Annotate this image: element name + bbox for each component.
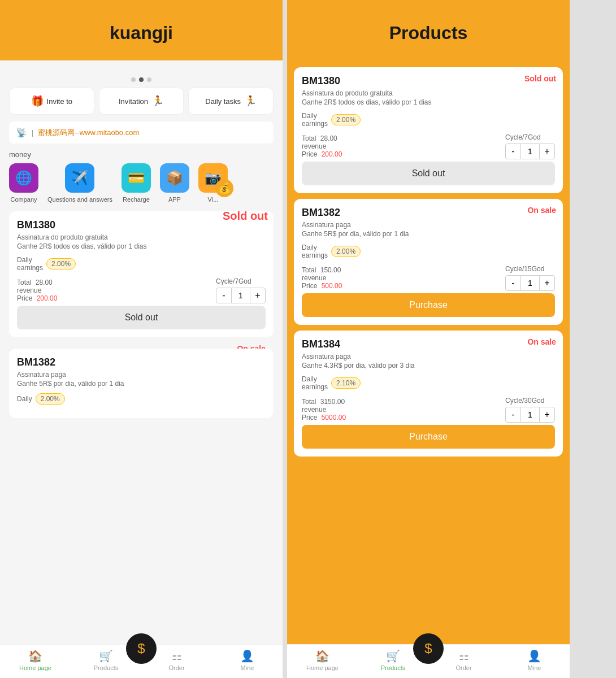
product-id-2: BM1382 <box>17 357 266 368</box>
r-nav-order[interactable]: ⚏ Order <box>447 649 481 671</box>
questions-item[interactable]: ✈️ Questions and answers <box>47 163 112 203</box>
recharge-icon: 💳 <box>122 163 151 193</box>
on-sale-badge-2: On sale <box>527 206 556 215</box>
r-product-details-1: Total 28.00 revenue Price 200.00 Cycle/7… <box>302 133 555 159</box>
invite-button[interactable]: 🎁 Invite to <box>9 88 94 115</box>
order-icon: ⚏ <box>172 649 182 663</box>
recharge-item[interactable]: 💳 Recharge <box>122 163 151 203</box>
r-qty-value-1: 1 <box>521 144 539 159</box>
product-sub: Assinatura do produto gratuita <box>17 233 266 241</box>
nav-products[interactable]: 🛒 Products <box>89 649 123 671</box>
r-product-sub-2: Assinatura paga <box>302 221 555 229</box>
nav-order[interactable]: ⚏ Order <box>160 649 194 671</box>
invite-label: Invite to <box>47 97 73 106</box>
r-order-icon: ⚏ <box>459 649 469 663</box>
app-item[interactable]: 📦 APP <box>160 163 189 203</box>
notice-bar: 📡 | 蜜桃源码网--www.mitaobo.com <box>9 121 274 144</box>
company-item[interactable]: 🌐 Company <box>9 163 38 203</box>
r-earnings-badge-2: 2.00% <box>331 246 361 257</box>
r-product-id-3: BM1384 <box>302 338 555 350</box>
earnings-badge: 2.00% <box>46 258 76 270</box>
qty-minus[interactable]: - <box>216 288 232 303</box>
r-purchase-btn-2[interactable]: Purchase <box>302 293 555 317</box>
left-content: 🎁 Invite to Invitation 🏃 Daily tasks 🏃 📡… <box>0 60 283 644</box>
qty-plus[interactable]: + <box>250 288 266 303</box>
left-app-title: kuangji <box>11 23 271 44</box>
r-qty-plus-3[interactable]: + <box>539 407 555 423</box>
r-detail-left-3: Total 3150.00 revenue Price 5000.00 <box>302 398 346 421</box>
r-home-icon: 🏠 <box>315 649 329 663</box>
app-icon: 📦 <box>160 163 189 193</box>
invitation-button[interactable]: Invitation 🏃 <box>99 88 184 115</box>
r-product-sub-3: Assinatura paga <box>302 353 555 360</box>
wifi-icon: 📡 <box>16 127 27 138</box>
r-detail-right-3: Cycle/30God - 1 + <box>505 397 555 423</box>
product-card-bm1380-right: Sold out BM1380 Assinatura do produto gr… <box>294 67 563 193</box>
r-qty-plus-1[interactable]: + <box>539 144 555 159</box>
earnings-row-2: Daily 2.00% <box>17 393 266 405</box>
r-product-sub-1: Assinatura do produto gratuita <box>302 89 555 97</box>
telegram-icon: ✈️ <box>65 163 94 193</box>
r-nav-products-label: Products <box>381 664 405 671</box>
nav-mine-label: Mine <box>241 664 254 671</box>
product-card-bm1384-right: On sale BM1384 Assinatura paga Ganhe 4.3… <box>294 331 563 457</box>
tasks-icon: 🏃 <box>244 95 257 107</box>
r-qty-minus-2[interactable]: - <box>505 275 521 291</box>
separator: | <box>32 129 33 137</box>
nav-order-label: Order <box>168 664 184 671</box>
r-qty-minus-3[interactable]: - <box>505 407 521 423</box>
right-bottom-nav: 🏠 Home page 🛒 Products $ ⚏ Order 👤 Mine <box>287 644 570 678</box>
r-user-icon: 👤 <box>527 649 541 663</box>
dot-2 <box>139 77 144 82</box>
quick-actions: 🎁 Invite to Invitation 🏃 Daily tasks 🏃 <box>9 88 274 115</box>
invitation-label: Invitation <box>119 97 148 106</box>
r-qty-controls-3: - 1 + <box>505 407 555 423</box>
r-sold-out-btn-1[interactable]: Sold out <box>302 162 555 185</box>
video-item[interactable]: 📷 💰 Vi... <box>198 163 228 203</box>
money-label: money <box>9 150 274 159</box>
r-nav-products[interactable]: 🛒 Products <box>376 649 410 671</box>
r-qty-controls-1: - 1 + <box>505 144 555 159</box>
r-qty-minus-1[interactable]: - <box>505 144 521 159</box>
notice-text: 蜜桃源码网--www.mitaobo.com <box>38 128 139 138</box>
r-product-id-1: BM1380 <box>302 75 555 87</box>
coin-badge: 💰 <box>215 179 233 197</box>
product-details-row: Total 28.00 revenue Price 200.00 Cycle/7… <box>17 277 266 303</box>
r-purchase-btn-3[interactable]: Purchase <box>302 425 555 449</box>
r-nav-home[interactable]: 🏠 Home page <box>306 649 340 671</box>
right-app-title: Products <box>298 23 558 44</box>
r-nav-home-label: Home page <box>306 664 339 671</box>
right-phone: Products Sold out BM1380 Assinatura do p… <box>287 0 570 678</box>
r-earnings-row-3: Dailyearnings 2.10% <box>302 375 555 391</box>
on-sale-badge-3: On sale <box>527 337 556 346</box>
fab-button[interactable]: $ <box>126 633 157 664</box>
nav-home[interactable]: 🏠 Home page <box>19 649 53 671</box>
earnings-row: Dailyearnings 2.00% <box>17 256 266 272</box>
recharge-label: Recharge <box>123 196 150 203</box>
product-desc: Ganhe 2R$ todos os dias, válido por 1 di… <box>17 242 266 250</box>
product-card-bm1380-left: BM1380 Assinatura do produto gratuita Ga… <box>9 211 274 337</box>
left-phone: kuangji 🎁 Invite to Invitation 🏃 Daily t… <box>0 0 283 678</box>
left-header: kuangji <box>0 0 283 60</box>
product-desc-2: Ganhe 5R$ por dia, válido por 1 dia <box>17 380 266 388</box>
r-fab-button[interactable]: $ <box>413 633 444 664</box>
product-card-bm1382-left: BM1382 Assinatura paga Ganhe 5R$ por dia… <box>9 349 274 418</box>
detail-right: Cycle/7God - 1 + <box>216 277 266 303</box>
company-label: Company <box>10 196 37 203</box>
r-qty-value-2: 1 <box>521 275 539 291</box>
r-qty-plus-2[interactable]: + <box>539 275 555 291</box>
r-product-details-2: Total 150.00 revenue Price 500.00 Cycle/… <box>302 265 555 291</box>
nav-mine[interactable]: 👤 Mine <box>231 649 264 671</box>
r-product-id-2: BM1382 <box>302 207 555 219</box>
money-section: money 🌐 Company ✈️ Questions and answers… <box>9 150 274 203</box>
r-earnings-badge-1: 2.00% <box>331 114 361 125</box>
video-label: Vi... <box>208 196 219 203</box>
r-nav-mine[interactable]: 👤 Mine <box>518 649 552 671</box>
nav-products-label: Products <box>94 664 118 671</box>
daily-tasks-button[interactable]: Daily tasks 🏃 <box>188 88 274 115</box>
r-earnings-row-2: Dailyearnings 2.00% <box>302 244 555 259</box>
r-cart-icon: 🛒 <box>386 649 400 663</box>
questions-label: Questions and answers <box>47 196 112 203</box>
sold-out-button[interactable]: Sold out <box>17 306 266 329</box>
sold-badge-1: Sold out <box>524 74 556 83</box>
